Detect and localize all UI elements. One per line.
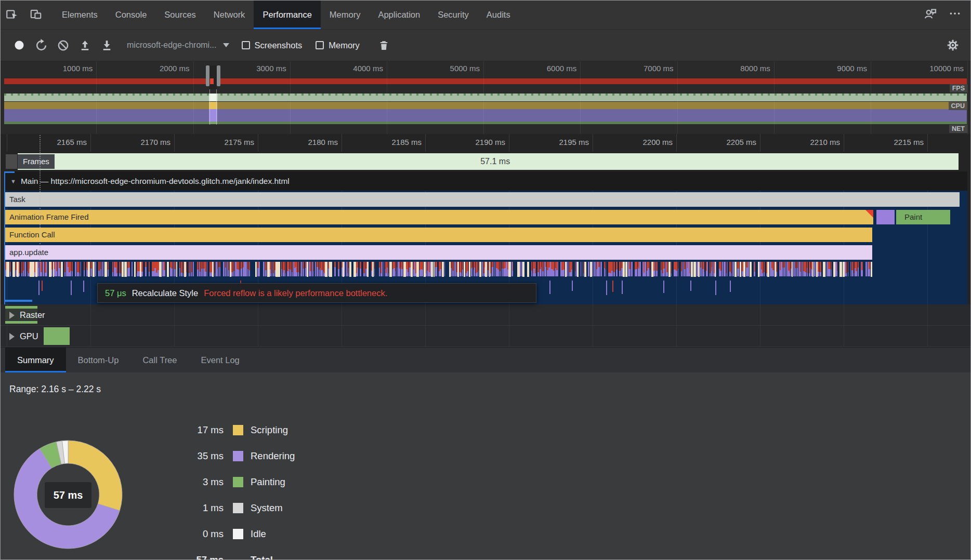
legend-label: System [251,502,283,514]
memory-label: Memory [329,41,360,50]
tab-performance[interactable]: Performance [254,0,320,29]
frames-expand-box[interactable] [6,154,17,169]
device-toolbar-icon[interactable] [24,0,48,29]
legend-row-scripting: 17 msScripting [156,417,295,443]
legend-swatch [233,529,243,539]
summary-legend: 17 msScripting35 msRendering3 msPainting… [156,417,295,560]
lane-label-fps: FPS [950,84,967,92]
ruler-gridline [593,134,593,152]
cursor-guideline [40,135,41,263]
cpu-chart-rendering [4,109,967,122]
main-track-header[interactable]: ▼ Main — https://microsoft-edge-chromium… [5,171,967,191]
legend-label: Idle [251,528,266,540]
disclosure-right-icon[interactable] [9,333,15,340]
legend-label: Painting [251,476,285,488]
screenshots-label: Screenshots [255,41,303,50]
tab-elements[interactable]: Elements [53,0,107,29]
tooltip-title: Recalculate Style [132,288,198,298]
legend-row-total: 57 ms Total [156,547,295,560]
frame-duration: 57.1 ms [480,154,510,169]
ruler-gridline [483,61,484,134]
disclosure-down-icon[interactable]: ▼ [10,178,16,184]
lane-label-cpu: CPU [949,102,967,110]
ruler-gridline [871,61,871,134]
checkbox-box[interactable] [242,41,250,49]
tab-console[interactable]: Console [107,0,156,29]
profile-select-value: microsoft-edge-chromi... [127,41,217,50]
ruler-tick-label: 2215 ms [894,138,924,146]
tab-audits[interactable]: Audits [478,0,519,29]
ruler-gridline [290,61,291,134]
clear-icon[interactable] [52,35,74,56]
details-tab-event-log[interactable]: Event Log [189,348,251,372]
tab-sources[interactable]: Sources [155,0,205,29]
long-task-strip [4,78,967,84]
inspect-element-icon[interactable] [0,0,24,29]
ruler-tick-label: 2210 ms [810,138,840,146]
load-profile-icon[interactable] [74,35,96,56]
disclosure-right-icon[interactable] [9,312,15,319]
selection-handle-right[interactable] [217,65,220,86]
raster-track[interactable]: Raster [0,304,971,326]
ruler-gridline [342,134,342,152]
screenshots-checkbox[interactable]: Screenshots [242,41,303,50]
cpu-chart-painting [4,122,967,124]
record-icon[interactable] [8,35,30,56]
ruler-tick-label: 2000 ms [160,64,190,73]
gpu-track-label: GPU [20,326,38,347]
legend-value: 0 ms [156,528,224,540]
main-track-title: Main — https://microsoft-edge-chromium-d… [21,177,290,186]
ruler-tick-label: 2170 ms [140,138,170,146]
track-selection-edge [4,171,5,304]
ruler-tick-label: 2205 ms [726,138,756,146]
selection-handle-left[interactable] [206,65,209,86]
event-tooltip: 57 μs Recalculate Style Forced reflow is… [97,283,536,303]
activity-strip[interactable] [5,262,872,278]
devtools-tabbar: ElementsConsoleSourcesNetworkPerformance… [0,0,971,30]
gpu-track[interactable]: GPU [0,326,971,347]
flame-bar-function-call[interactable]: Function Call [5,228,872,242]
tab-network[interactable]: Network [205,0,254,29]
details-tab-bottom-up[interactable]: Bottom-Up [66,348,131,372]
ruler-gridline [967,61,968,134]
ruler-tick-label: 2165 ms [57,138,87,146]
details-tab-summary[interactable]: Summary [5,348,66,372]
tab-memory[interactable]: Memory [321,0,370,29]
tab-security[interactable]: Security [429,0,478,29]
gpu-activity-block [44,327,70,345]
timeline-overview[interactable]: FPSCPUNET 1000 ms2000 ms3000 ms4000 ms50… [0,61,971,134]
legend-value: 1 ms [156,502,224,514]
profile-select[interactable]: microsoft-edge-chromi... [127,41,229,50]
panel-tabs: ElementsConsoleSourcesNetworkPerformance… [53,0,519,29]
tooltip-duration: 57 μs [105,288,126,298]
ruler-tick-label: 10000 ms [929,64,964,73]
flame-bar-app-update[interactable]: app.update [5,245,872,260]
ruler-gridline [774,61,775,134]
tooltip-warning: Forced reflow is a likely performance bo… [204,288,387,298]
flame-bar-paint[interactable]: Paint [896,210,950,224]
flame-bar-recalc-style[interactable] [876,210,895,224]
more-options-icon[interactable] [948,7,962,22]
selection-edge-left [209,89,210,125]
legend-total-label: Total [251,554,273,560]
details-tabbar: SummaryBottom-UpCall TreeEvent Log [0,347,971,372]
cpu-chart-scripting [4,102,967,109]
selection-window [209,65,217,89]
ruler-tick-label: 4000 ms [353,64,383,73]
memory-checkbox[interactable]: Memory [316,41,360,50]
ruler-gridline [676,134,677,152]
frames-track[interactable]: Frames 57.1 ms [0,152,971,171]
trash-icon[interactable] [373,35,395,56]
ruler-gridline [387,61,387,134]
reload-icon[interactable] [30,35,52,56]
details-tab-call-tree[interactable]: Call Tree [130,348,189,372]
flame-bar-animation-frame-fired[interactable]: Animation Frame Fired [5,210,873,224]
feedback-icon[interactable] [923,6,938,23]
tab-application[interactable]: Application [369,0,429,29]
ruler-gridline [425,134,426,152]
save-profile-icon[interactable] [96,35,117,56]
ruler-tick-label: 9000 ms [837,64,867,73]
gear-icon[interactable] [942,35,964,56]
flame-bar-task[interactable]: Task [5,192,960,207]
checkbox-box[interactable] [316,41,324,49]
